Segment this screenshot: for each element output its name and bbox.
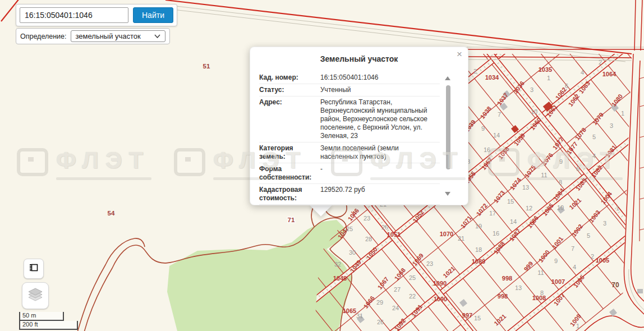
map-label: 1090 [434, 296, 447, 302]
map-label: 5 [587, 232, 590, 239]
scroll-down-icon[interactable] [445, 192, 450, 196]
info-row: Уточненная [259, 205, 440, 205]
search-input[interactable] [20, 7, 128, 23]
definition-label: Определение: [20, 33, 67, 40]
map-label: 17 [489, 210, 496, 217]
map-label: 1 [576, 323, 579, 329]
info-row-label: Форма собственности: [259, 165, 314, 182]
map-label: 15 [507, 198, 514, 205]
info-row-value: Земли поселений (земли населенных пункто… [320, 144, 437, 161]
map-label: 28 [365, 236, 372, 242]
map-label: 9 [559, 158, 563, 165]
info-row: Кад. номер:16:15:050401:1046 [259, 72, 440, 84]
info-row-value: Учтенный [320, 86, 437, 94]
close-icon[interactable]: × [457, 49, 462, 59]
scroll-up-icon[interactable] [445, 76, 450, 80]
map-label: 998 [502, 275, 512, 282]
map-label: 4 [592, 153, 596, 159]
map-label: 1008 [532, 295, 546, 301]
map-label: 15 [474, 315, 481, 321]
map-label: 1064 [602, 71, 617, 77]
map-label: 13 [522, 184, 529, 191]
popup-scrollbar-thumb[interactable] [446, 85, 450, 169]
map-label: 30 [349, 249, 356, 256]
map-label: 2 [473, 68, 477, 75]
map-label: 10 [557, 204, 564, 211]
info-row: Форма собственности:- [259, 163, 440, 184]
info-row-value: Республика Татарстан, Верхнеуслонский му… [320, 98, 437, 140]
popup-rows: Кад. номер:16:15:050401:1046Статус:Учтен… [259, 72, 440, 205]
scale-imperial: 200 ft [19, 321, 78, 330]
info-row-label: Кадастровая стоимость: [259, 186, 314, 203]
map-label: 16 [493, 230, 499, 237]
map-label: 1035 [539, 66, 552, 73]
map-label: 29 [376, 299, 383, 306]
info-row: Категория земель:Земли поселений (земли … [259, 142, 440, 163]
map-label: 3 [603, 220, 606, 227]
info-row-label: Статус: [259, 86, 314, 94]
map-label: 1034 [485, 74, 499, 81]
map-label: 8 [540, 289, 544, 296]
map-label: 26 [377, 319, 384, 325]
map-label: 1005 [596, 257, 609, 264]
info-row-label: Категория земель: [259, 144, 314, 161]
map-label: 12 [526, 205, 532, 212]
map-label: 23 [426, 260, 433, 267]
map-label: 6 [565, 82, 568, 89]
info-row-label: Кад. номер: [259, 73, 314, 82]
map-label: 11 [537, 269, 544, 276]
search-panel: Найти [16, 4, 177, 26]
definition-selected-value: земельный участок [76, 32, 141, 40]
map-label: 54 [108, 210, 115, 217]
chevron-down-icon [154, 34, 160, 38]
map-label: 16 [484, 146, 490, 153]
map-label: 7 [498, 111, 501, 118]
map-label: 3 [610, 122, 613, 129]
info-row-value: - [320, 165, 437, 182]
map-label: 1090 [433, 280, 447, 287]
popup-title: Земельный участок [250, 47, 468, 63]
map-label: 9 [554, 258, 558, 264]
map-label: 1051 [387, 231, 401, 238]
map-label: 1089 [472, 258, 485, 265]
map-label: 1 [547, 75, 550, 81]
map-label: 70 [611, 281, 619, 289]
definition-panel: Определение: земельный участок [16, 28, 170, 44]
map-label: 6 [576, 166, 579, 172]
measure-button[interactable] [24, 259, 44, 279]
map-label: 18 [475, 246, 482, 253]
map-label: 32 [334, 261, 341, 268]
map-label: 3 [530, 86, 533, 93]
map-label: 10 [531, 108, 537, 115]
info-row-label: Адрес: [259, 98, 314, 140]
definition-select[interactable]: земельный участок [71, 30, 165, 42]
layers-button[interactable] [22, 282, 49, 309]
map-label: 24 [392, 305, 399, 311]
info-row: Адрес:Республика Татарстан, Верхнеуслонс… [259, 96, 440, 142]
layers-icon [27, 287, 43, 304]
map-label: 5 [592, 134, 596, 140]
map-label: 23 [364, 215, 370, 222]
map-label: 21 [458, 235, 464, 242]
parcel-info-popup: Земельный участок × Кад. номер:16:15:050… [250, 47, 468, 205]
map-label: 9 [481, 125, 485, 132]
map-label: 31 [356, 312, 363, 319]
map-label: 27 [394, 286, 401, 293]
map-label: 1 [621, 110, 624, 117]
map-label: 11 [541, 172, 547, 178]
map-label: 19 [475, 223, 482, 229]
scale-metric: 50 m [19, 312, 64, 321]
map-label: 4 [573, 264, 576, 270]
measure-area-icon [29, 263, 39, 275]
map-label: 1007 [551, 278, 565, 285]
map-label: 13 [515, 284, 522, 291]
search-button[interactable]: Найти [133, 7, 173, 23]
map-label: 2 [591, 253, 594, 260]
map-label: 7 [571, 245, 574, 252]
map-label: 22 [409, 293, 416, 300]
map-label: 14 [493, 132, 500, 139]
map-label: 1048 [333, 275, 347, 282]
scale-control: 50 m 200 ft [19, 312, 78, 330]
map-label: 25 [409, 274, 416, 281]
info-row-value: 16:15:050401:1046 [320, 73, 437, 82]
